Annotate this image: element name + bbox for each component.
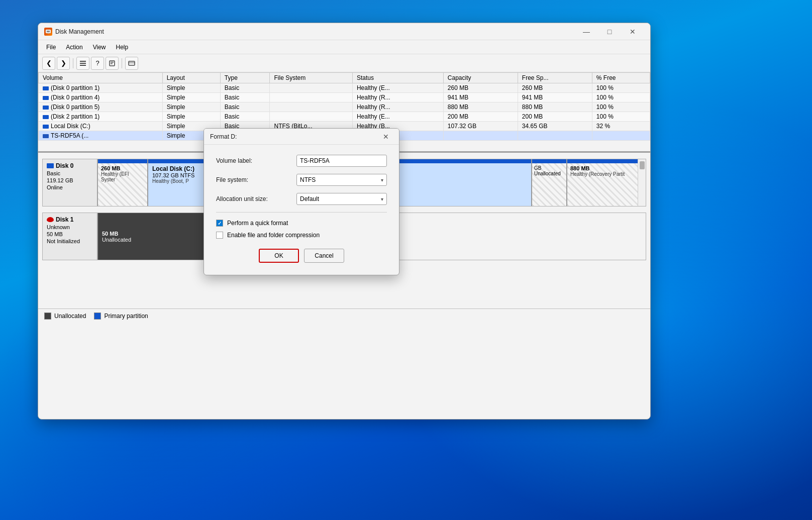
legend-box-unallocated — [44, 313, 51, 320]
svg-point-2 — [48, 33, 49, 34]
file-system-select[interactable]: NTFS ▾ — [296, 174, 387, 186]
disk1-icon — [47, 217, 54, 222]
window-title: Disk Management — [55, 28, 575, 35]
allocation-arrow: ▾ — [381, 196, 383, 202]
disk0-partition-recovery[interactable]: 880 MB Healthy (Recovery Partit — [567, 159, 638, 206]
compression-label: Enable file and folder compression — [227, 232, 320, 239]
svg-rect-7 — [111, 62, 114, 63]
volume-label-input[interactable] — [296, 155, 387, 167]
col-filesystem: File System — [270, 73, 352, 83]
dialog-body: Volume label: File system: NTFS ▾ Alloca… — [204, 145, 399, 275]
legend: Unallocated Primary partition — [38, 308, 650, 323]
disk0-info: Disk 0 Basic 119.12 GB Online — [43, 159, 98, 206]
format-dialog: Format D: ✕ Volume label: File system: N… — [204, 128, 399, 275]
col-status: Status — [352, 73, 443, 83]
help-button[interactable]: ? — [91, 57, 104, 70]
table-row[interactable]: (Disk 2 partition 1) Simple Basic Health… — [39, 112, 650, 122]
toolbar-separator-2 — [122, 58, 122, 68]
dialog-title: Format D: — [210, 133, 379, 140]
close-button[interactable]: ✕ — [621, 23, 644, 40]
extra-button[interactable] — [125, 57, 138, 70]
allocation-row: Allocation unit size: Default ▾ — [216, 193, 387, 205]
compression-row: Enable file and folder compression — [216, 232, 387, 239]
menu-action[interactable]: Action — [62, 42, 86, 52]
row0-type: Basic — [220, 83, 270, 93]
dialog-close-button[interactable]: ✕ — [379, 130, 393, 144]
allocation-label: Allocation unit size: — [216, 195, 296, 202]
toolbar-separator-1 — [73, 58, 73, 68]
file-system-row: File system: NTFS ▾ — [216, 174, 387, 186]
allocation-select[interactable]: Default ▾ — [296, 193, 387, 205]
col-type: Type — [220, 73, 270, 83]
back-button[interactable]: ❮ — [42, 57, 55, 70]
table-row[interactable]: (Disk 0 partition 4) Simple Basic Health… — [39, 93, 650, 102]
row3-volume: (Disk 2 partition 1) — [39, 112, 163, 122]
minimize-button[interactable]: — — [575, 23, 598, 40]
svg-rect-3 — [80, 61, 86, 62]
disk1-info: Disk 1 Unknown 50 MB Not Initialized — [43, 213, 98, 260]
legend-primary: Primary partition — [94, 313, 148, 320]
cancel-button[interactable]: Cancel — [304, 249, 344, 263]
quick-format-label: Perform a quick format — [227, 220, 288, 227]
col-free: Free Sp... — [518, 73, 592, 83]
menu-help[interactable]: Help — [112, 42, 133, 52]
legend-unallocated: Unallocated — [44, 313, 86, 320]
maximize-button[interactable]: □ — [598, 23, 621, 40]
menu-file[interactable]: File — [42, 42, 60, 52]
list-view-button[interactable] — [76, 57, 89, 70]
disk0-partition-unknown[interactable]: GB Unallocated — [532, 159, 567, 206]
row5-volume: TS-RDF5A (... — [39, 131, 163, 141]
volume-label-text: Volume label: — [216, 157, 296, 164]
row0-volume: (Disk 0 partition 1) — [39, 83, 163, 93]
quick-format-check-mark: ✓ — [218, 221, 222, 226]
svg-rect-5 — [80, 65, 86, 66]
row0-free: 260 MB — [518, 83, 592, 93]
volume-label-row: Volume label: — [216, 155, 387, 167]
row4-volume: Local Disk (C:) — [39, 122, 163, 131]
row1-volume: (Disk 0 partition 4) — [39, 93, 163, 102]
svg-rect-1 — [47, 31, 50, 32]
properties-button[interactable] — [106, 57, 119, 70]
svg-rect-8 — [111, 63, 113, 64]
menu-view[interactable]: View — [89, 42, 110, 52]
table-row[interactable]: (Disk 0 partition 5) Simple Basic Health… — [39, 102, 650, 112]
quick-format-row: ✓ Perform a quick format — [216, 220, 387, 227]
toolbar: ❮ ❯ ? — [38, 54, 650, 72]
legend-box-primary — [94, 313, 101, 320]
disk0-partition-efi[interactable]: 260 MB Healthy (EFI Syster — [98, 159, 148, 206]
row0-fs — [270, 83, 352, 93]
quick-format-checkbox[interactable]: ✓ — [216, 220, 223, 227]
row0-pct: 100 % — [592, 83, 650, 93]
table-row[interactable]: (Disk 0 partition 1) Simple Basic Health… — [39, 83, 650, 93]
dialog-titlebar: Format D: ✕ — [204, 129, 399, 145]
file-system-label: File system: — [216, 176, 296, 183]
titlebar: Disk Management — □ ✕ — [38, 23, 650, 40]
dialog-buttons: OK Cancel — [216, 249, 387, 265]
window-controls: — □ ✕ — [575, 23, 644, 40]
col-capacity: Capacity — [443, 73, 518, 83]
ok-button[interactable]: OK — [259, 249, 299, 263]
row0-status: Healthy (E... — [352, 83, 443, 93]
col-layout: Layout — [162, 73, 220, 83]
col-volume: Volume — [39, 73, 163, 83]
compression-checkbox[interactable] — [216, 232, 223, 239]
row0-layout: Simple — [162, 83, 220, 93]
disk0-icon — [47, 163, 54, 168]
row2-volume: (Disk 0 partition 5) — [39, 102, 163, 112]
svg-rect-9 — [129, 61, 135, 65]
app-icon — [44, 28, 52, 36]
file-system-arrow: ▾ — [381, 177, 383, 183]
row0-cap: 260 MB — [443, 83, 518, 93]
forward-button[interactable]: ❯ — [57, 57, 70, 70]
col-pct: % Free — [592, 73, 650, 83]
menubar: File Action View Help — [38, 40, 650, 54]
svg-rect-4 — [80, 63, 86, 64]
dialog-divider — [216, 212, 387, 213]
